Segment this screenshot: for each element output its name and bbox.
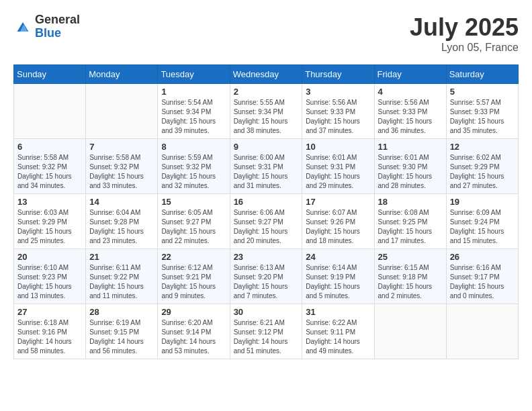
day-number: 1 xyxy=(161,87,226,97)
day-info: Sunrise: 5:57 AM Sunset: 9:33 PM Dayligh… xyxy=(450,98,515,136)
day-info: Sunrise: 6:03 AM Sunset: 9:29 PM Dayligh… xyxy=(17,208,82,246)
day-number: 27 xyxy=(17,307,82,317)
calendar-cell: 29Sunrise: 6:20 AM Sunset: 9:14 PM Dayli… xyxy=(158,304,230,359)
column-header-monday: Monday xyxy=(86,65,158,84)
page-header: General Blue July 2025 Lyon 05, France xyxy=(13,13,519,54)
calendar-cell: 5Sunrise: 5:57 AM Sunset: 9:33 PM Daylig… xyxy=(446,84,518,139)
day-info: Sunrise: 6:16 AM Sunset: 9:17 PM Dayligh… xyxy=(450,263,515,301)
day-number: 2 xyxy=(234,87,299,97)
calendar-cell: 31Sunrise: 6:22 AM Sunset: 9:11 PM Dayli… xyxy=(302,304,374,359)
day-number: 7 xyxy=(89,142,154,152)
day-number: 12 xyxy=(450,142,515,152)
column-header-friday: Friday xyxy=(374,65,446,84)
calendar-cell: 25Sunrise: 6:15 AM Sunset: 9:18 PM Dayli… xyxy=(374,249,446,304)
day-info: Sunrise: 5:58 AM Sunset: 9:32 PM Dayligh… xyxy=(89,153,154,191)
day-info: Sunrise: 6:08 AM Sunset: 9:25 PM Dayligh… xyxy=(378,208,443,246)
day-info: Sunrise: 5:54 AM Sunset: 9:34 PM Dayligh… xyxy=(161,98,226,136)
day-number: 15 xyxy=(161,197,226,207)
calendar-cell: 4Sunrise: 5:56 AM Sunset: 9:33 PM Daylig… xyxy=(374,84,446,139)
day-number: 21 xyxy=(89,252,154,262)
day-info: Sunrise: 6:11 AM Sunset: 9:22 PM Dayligh… xyxy=(89,263,154,301)
column-header-tuesday: Tuesday xyxy=(158,65,230,84)
location-subtitle: Lyon 05, France xyxy=(410,42,519,54)
calendar-cell: 19Sunrise: 6:09 AM Sunset: 9:24 PM Dayli… xyxy=(446,194,518,249)
day-number: 4 xyxy=(378,87,443,97)
day-info: Sunrise: 6:06 AM Sunset: 9:27 PM Dayligh… xyxy=(234,208,299,246)
day-number: 17 xyxy=(306,197,370,207)
day-info: Sunrise: 6:07 AM Sunset: 9:26 PM Dayligh… xyxy=(306,208,370,246)
day-number: 3 xyxy=(306,87,370,97)
column-header-thursday: Thursday xyxy=(302,65,374,84)
month-year-title: July 2025 xyxy=(410,13,519,42)
calendar-cell: 28Sunrise: 6:19 AM Sunset: 9:15 PM Dayli… xyxy=(86,304,158,359)
day-info: Sunrise: 6:22 AM Sunset: 9:11 PM Dayligh… xyxy=(306,318,370,356)
calendar-table: SundayMondayTuesdayWednesdayThursdayFrid… xyxy=(13,64,519,359)
calendar-week-row: 27Sunrise: 6:18 AM Sunset: 9:16 PM Dayli… xyxy=(14,304,519,359)
calendar-cell: 27Sunrise: 6:18 AM Sunset: 9:16 PM Dayli… xyxy=(14,304,86,359)
column-header-wednesday: Wednesday xyxy=(230,65,302,84)
day-info: Sunrise: 6:20 AM Sunset: 9:14 PM Dayligh… xyxy=(161,318,226,356)
day-info: Sunrise: 6:15 AM Sunset: 9:18 PM Dayligh… xyxy=(378,263,443,301)
day-number: 20 xyxy=(17,252,82,262)
day-number: 23 xyxy=(234,252,299,262)
day-number: 11 xyxy=(378,142,443,152)
day-number: 24 xyxy=(306,252,370,262)
day-info: Sunrise: 6:05 AM Sunset: 9:27 PM Dayligh… xyxy=(161,208,226,246)
calendar-cell: 3Sunrise: 5:56 AM Sunset: 9:33 PM Daylig… xyxy=(302,84,374,139)
calendar-cell: 30Sunrise: 6:21 AM Sunset: 9:12 PM Dayli… xyxy=(230,304,302,359)
calendar-cell: 17Sunrise: 6:07 AM Sunset: 9:26 PM Dayli… xyxy=(302,194,374,249)
calendar-cell: 26Sunrise: 6:16 AM Sunset: 9:17 PM Dayli… xyxy=(446,249,518,304)
calendar-cell: 7Sunrise: 5:58 AM Sunset: 9:32 PM Daylig… xyxy=(86,139,158,194)
day-info: Sunrise: 5:56 AM Sunset: 9:33 PM Dayligh… xyxy=(378,98,443,136)
day-number: 30 xyxy=(234,307,299,317)
day-number: 5 xyxy=(450,87,515,97)
day-number: 16 xyxy=(234,197,299,207)
calendar-cell: 18Sunrise: 6:08 AM Sunset: 9:25 PM Dayli… xyxy=(374,194,446,249)
day-number: 13 xyxy=(17,197,82,207)
calendar-cell: 8Sunrise: 5:59 AM Sunset: 9:32 PM Daylig… xyxy=(158,139,230,194)
calendar-week-row: 6Sunrise: 5:58 AM Sunset: 9:32 PM Daylig… xyxy=(14,139,519,194)
logo-general-text: General xyxy=(35,13,80,26)
day-info: Sunrise: 6:10 AM Sunset: 9:23 PM Dayligh… xyxy=(17,263,82,301)
calendar-header-row: SundayMondayTuesdayWednesdayThursdayFrid… xyxy=(14,65,519,84)
day-info: Sunrise: 6:13 AM Sunset: 9:20 PM Dayligh… xyxy=(234,263,299,301)
title-block: July 2025 Lyon 05, France xyxy=(410,13,519,54)
day-number: 6 xyxy=(17,142,82,152)
day-number: 26 xyxy=(450,252,515,262)
day-number: 8 xyxy=(161,142,226,152)
day-info: Sunrise: 6:14 AM Sunset: 9:19 PM Dayligh… xyxy=(306,263,370,301)
calendar-cell: 13Sunrise: 6:03 AM Sunset: 9:29 PM Dayli… xyxy=(14,194,86,249)
logo: General Blue xyxy=(13,13,80,40)
calendar-cell: 6Sunrise: 5:58 AM Sunset: 9:32 PM Daylig… xyxy=(14,139,86,194)
day-info: Sunrise: 5:58 AM Sunset: 9:32 PM Dayligh… xyxy=(17,153,82,191)
calendar-cell xyxy=(86,84,158,139)
calendar-cell: 14Sunrise: 6:04 AM Sunset: 9:28 PM Dayli… xyxy=(86,194,158,249)
day-info: Sunrise: 5:59 AM Sunset: 9:32 PM Dayligh… xyxy=(161,153,226,191)
calendar-cell: 24Sunrise: 6:14 AM Sunset: 9:19 PM Dayli… xyxy=(302,249,374,304)
day-info: Sunrise: 6:18 AM Sunset: 9:16 PM Dayligh… xyxy=(17,318,82,356)
day-number: 22 xyxy=(161,252,226,262)
day-info: Sunrise: 6:19 AM Sunset: 9:15 PM Dayligh… xyxy=(89,318,154,356)
column-header-saturday: Saturday xyxy=(446,65,518,84)
day-number: 28 xyxy=(89,307,154,317)
calendar-cell xyxy=(374,304,446,359)
day-info: Sunrise: 6:01 AM Sunset: 9:30 PM Dayligh… xyxy=(378,153,443,191)
calendar-cell: 23Sunrise: 6:13 AM Sunset: 9:20 PM Dayli… xyxy=(230,249,302,304)
day-number: 25 xyxy=(378,252,443,262)
calendar-cell: 1Sunrise: 5:54 AM Sunset: 9:34 PM Daylig… xyxy=(158,84,230,139)
calendar-cell: 9Sunrise: 6:00 AM Sunset: 9:31 PM Daylig… xyxy=(230,139,302,194)
day-info: Sunrise: 6:00 AM Sunset: 9:31 PM Dayligh… xyxy=(234,153,299,191)
calendar-cell: 12Sunrise: 6:02 AM Sunset: 9:29 PM Dayli… xyxy=(446,139,518,194)
day-number: 9 xyxy=(234,142,299,152)
calendar-cell: 15Sunrise: 6:05 AM Sunset: 9:27 PM Dayli… xyxy=(158,194,230,249)
logo-blue-text: Blue xyxy=(35,26,61,40)
calendar-week-row: 1Sunrise: 5:54 AM Sunset: 9:34 PM Daylig… xyxy=(14,84,519,139)
calendar-cell: 2Sunrise: 5:55 AM Sunset: 9:34 PM Daylig… xyxy=(230,84,302,139)
day-info: Sunrise: 6:01 AM Sunset: 9:31 PM Dayligh… xyxy=(306,153,370,191)
calendar-cell: 22Sunrise: 6:12 AM Sunset: 9:21 PM Dayli… xyxy=(158,249,230,304)
day-number: 19 xyxy=(450,197,515,207)
day-info: Sunrise: 5:55 AM Sunset: 9:34 PM Dayligh… xyxy=(234,98,299,136)
calendar-week-row: 13Sunrise: 6:03 AM Sunset: 9:29 PM Dayli… xyxy=(14,194,519,249)
calendar-cell: 11Sunrise: 6:01 AM Sunset: 9:30 PM Dayli… xyxy=(374,139,446,194)
day-info: Sunrise: 6:02 AM Sunset: 9:29 PM Dayligh… xyxy=(450,153,515,191)
